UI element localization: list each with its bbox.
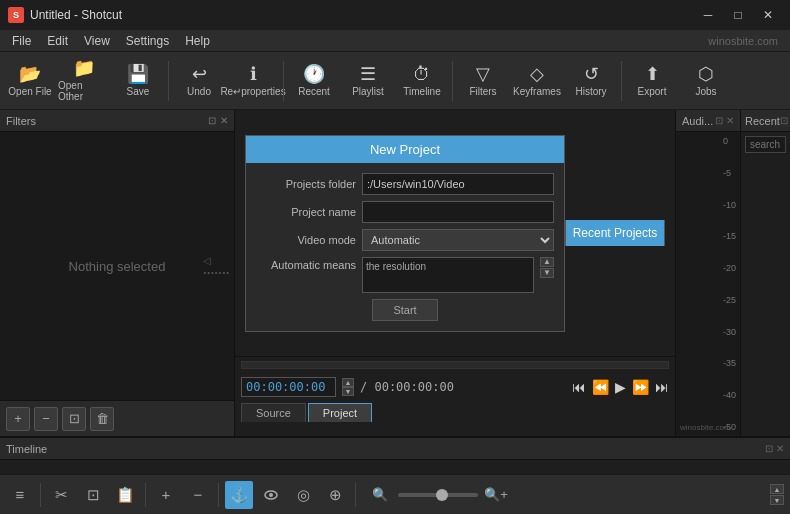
recent-float-icon[interactable]: ⊡ <box>780 115 788 126</box>
bt-sep-1 <box>40 483 41 507</box>
bt-sep-4 <box>355 483 356 507</box>
timeline-scroll-up[interactable]: ▲ <box>770 484 784 494</box>
timeline-float-icon[interactable]: ⊡ <box>765 443 773 454</box>
progress-bar[interactable] <box>241 361 669 369</box>
bt-add-button[interactable]: + <box>152 481 180 509</box>
tabs-row: Source Project <box>235 401 675 424</box>
bt-remove-button[interactable]: − <box>184 481 212 509</box>
project-name-label: Project name <box>256 206 356 218</box>
timeline-panel: Timeline ⊡ ✕ <box>0 436 790 474</box>
auto-means-row: Automatic means the resolution ▲ ▼ <box>256 257 554 293</box>
projects-folder-input[interactable] <box>362 173 554 195</box>
filters-add-button[interactable]: + <box>6 407 30 431</box>
recent-panel: Recent ⊡ ✕ <box>740 110 790 436</box>
bt-overwrite-button[interactable] <box>257 481 285 509</box>
start-button[interactable]: Start <box>372 299 437 321</box>
filters-close-icon[interactable]: ✕ <box>220 115 228 126</box>
undo-label: Undo <box>187 86 211 97</box>
timeline-button[interactable]: ⏱ Timeline <box>396 55 448 107</box>
menu-view[interactable]: View <box>76 32 118 50</box>
filters-delete-button[interactable]: 🗑 <box>90 407 114 431</box>
timecode-up[interactable]: ▲ <box>342 378 354 387</box>
bottom-toolbar: ≡ ✂ ⊡ 📋 + − ⚓ ◎ ⊕ 🔍 🔍+ ▲ ▼ <box>0 474 790 514</box>
rewind-button[interactable]: ⏪ <box>592 379 609 395</box>
bt-sep-3 <box>218 483 219 507</box>
filters-header-icons: ⊡ ✕ <box>208 115 228 126</box>
scroll-down-arrow[interactable]: ▼ <box>540 268 554 278</box>
skip-end-button[interactable]: ⏭ <box>655 379 669 395</box>
title-bar: S Untitled - Shotcut ─ □ ✕ <box>0 0 790 30</box>
zoom-slider-thumb <box>436 489 448 501</box>
toolbar: 📂 Open File 📁 Open Other 💾 Save ↩ Undo ℹ… <box>0 52 790 110</box>
projects-folder-label: Projects folder <box>256 178 356 190</box>
menu-file[interactable]: File <box>4 32 39 50</box>
fast-forward-button[interactable]: ⏩ <box>632 379 649 395</box>
undo-button[interactable]: ↩ Undo <box>173 55 225 107</box>
export-button[interactable]: ⬆ Export <box>626 55 678 107</box>
undo-icon: ↩ <box>192 65 207 83</box>
timeline-close-icon[interactable]: ✕ <box>776 443 784 454</box>
open-other-button[interactable]: 📁 Open Other <box>58 55 110 107</box>
filters-remove-button[interactable]: − <box>34 407 58 431</box>
timecode-input[interactable] <box>241 377 336 397</box>
properties-button[interactable]: ℹ Re↵properties <box>227 55 279 107</box>
scroll-up-arrow[interactable]: ▲ <box>540 257 554 267</box>
jobs-button[interactable]: ⬡ Jobs <box>680 55 732 107</box>
bt-zoom-in-button[interactable]: 🔍+ <box>482 481 510 509</box>
zoom-slider[interactable] <box>398 493 478 497</box>
project-name-input[interactable] <box>362 201 554 223</box>
timeline-label: Timeline <box>403 86 440 97</box>
properties-label: Re↵properties <box>220 86 285 97</box>
bt-ripple-button[interactable]: ◎ <box>289 481 317 509</box>
play-button[interactable]: ▶ <box>615 379 626 395</box>
bt-ripple-all-button[interactable]: ⊕ <box>321 481 349 509</box>
open-other-label: Open Other <box>58 80 110 102</box>
bt-zoom-out-button[interactable]: 🔍 <box>366 481 394 509</box>
bt-lift-button[interactable]: ⚓ <box>225 481 253 509</box>
tab-project[interactable]: Project <box>308 403 372 422</box>
menu-help[interactable]: Help <box>177 32 218 50</box>
audio-close-icon[interactable]: ✕ <box>726 115 734 126</box>
filters-copy-button[interactable]: ⊡ <box>62 407 86 431</box>
menu-settings[interactable]: Settings <box>118 32 177 50</box>
tab-source[interactable]: Source <box>241 403 306 422</box>
audio-float-icon[interactable]: ⊡ <box>715 115 723 126</box>
timeline-scroll-down[interactable]: ▼ <box>770 495 784 505</box>
playlist-button[interactable]: ☰ Playlist <box>342 55 394 107</box>
filters-button[interactable]: ▽ Filters <box>457 55 509 107</box>
close-button[interactable]: ✕ <box>754 5 782 25</box>
nothing-selected-label: Nothing selected <box>69 259 166 274</box>
recent-button[interactable]: 🕐 Recent <box>288 55 340 107</box>
jobs-label: Jobs <box>695 86 716 97</box>
auto-means-scroll: ▲ ▼ <box>540 257 554 278</box>
bt-paste-button[interactable]: 📋 <box>111 481 139 509</box>
timecode-down[interactable]: ▼ <box>342 387 354 396</box>
filters-float-icon[interactable]: ⊡ <box>208 115 216 126</box>
timeline-icon: ⏱ <box>413 65 431 83</box>
skip-start-button[interactable]: ⏮ <box>572 379 586 395</box>
open-file-button[interactable]: 📂 Open File <box>4 55 56 107</box>
export-label: Export <box>638 86 667 97</box>
bt-copy-button[interactable]: ⊡ <box>79 481 107 509</box>
bt-cut-button[interactable]: ✂ <box>47 481 75 509</box>
menu-edit[interactable]: Edit <box>39 32 76 50</box>
history-button[interactable]: ↺ History <box>565 55 617 107</box>
transport-area: ▲ ▼ / 00:00:00:00 ⏮ ⏪ ▶ ⏩ ⏭ Source Proje… <box>235 356 675 436</box>
minimize-button[interactable]: ─ <box>694 5 722 25</box>
filters-icon: ▽ <box>476 65 490 83</box>
recent-search-input[interactable] <box>745 136 786 153</box>
center-panel: New Project Projects folder Project name… <box>235 110 675 436</box>
maximize-button[interactable]: □ <box>724 5 752 25</box>
filters-collapse-icon[interactable]: ◁ <box>203 255 230 266</box>
open-file-label: Open File <box>8 86 51 97</box>
video-mode-select[interactable]: Automatic <box>362 229 554 251</box>
keyframes-button[interactable]: ◇ Keyframes <box>511 55 563 107</box>
project-area: New Project Projects folder Project name… <box>235 110 675 356</box>
right-panel: Audi... ⊡ ✕ 0 -5 -10 -15 -20 -25 -30 -35… <box>675 110 790 436</box>
bt-menu-button[interactable]: ≡ <box>6 481 34 509</box>
eye-icon <box>264 488 278 502</box>
save-button[interactable]: 💾 Save <box>112 55 164 107</box>
filters-content: Nothing selected ◁ ••••••• <box>0 132 234 400</box>
dialog-body: Projects folder Project name Video mode … <box>246 163 564 331</box>
recent-projects-panel: Recent Projects <box>565 220 665 246</box>
